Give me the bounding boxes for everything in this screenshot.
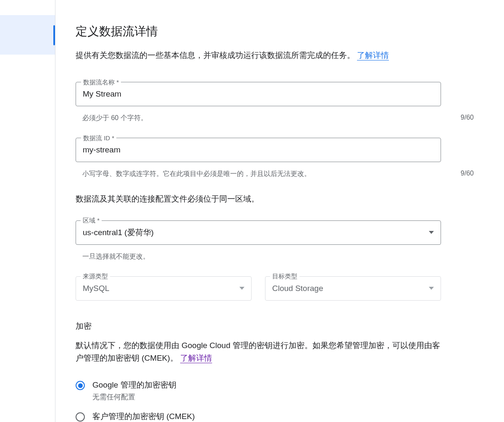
page-title: 定义数据流详情 bbox=[76, 24, 480, 39]
dest-type-value: Cloud Storage bbox=[272, 284, 323, 293]
dest-type-select[interactable]: 目标类型 Cloud Storage bbox=[265, 276, 441, 301]
stream-name-helper: 必须少于 60 个字符。 bbox=[82, 114, 147, 123]
radio-selected-icon bbox=[76, 381, 85, 390]
region-field: 区域 * us-central1 (爱荷华) bbox=[76, 220, 441, 245]
stream-name-label: 数据流名称 * bbox=[81, 79, 121, 86]
stream-name-field: 数据流名称 * bbox=[76, 82, 441, 106]
stream-id-helper: 小写字母、数字或连字符。它在此项目中必须是唯一的，并且以后无法更改。 bbox=[82, 170, 311, 178]
encryption-title: 加密 bbox=[76, 321, 480, 332]
source-type-select[interactable]: 来源类型 MySQL bbox=[76, 276, 252, 301]
stepper-sidebar bbox=[0, 0, 55, 422]
stream-name-input[interactable] bbox=[83, 89, 434, 99]
stream-id-input[interactable] bbox=[83, 145, 434, 155]
stream-id-field: 数据流 ID * bbox=[76, 138, 441, 162]
region-note: 数据流及其关联的连接配置文件必须位于同一区域。 bbox=[76, 194, 480, 204]
stepper-active-step[interactable] bbox=[0, 15, 55, 55]
region-value: us-central1 (爱荷华) bbox=[83, 227, 154, 238]
intro-text: 提供有关您数据流的一些基本信息，并审核成功运行该数据流所需完成的任务。 bbox=[76, 51, 355, 60]
source-type-label: 来源类型 bbox=[81, 273, 110, 280]
encryption-google-sub: 无需任何配置 bbox=[92, 392, 176, 402]
dropdown-icon bbox=[239, 287, 244, 290]
dest-type-label: 目标类型 bbox=[270, 273, 299, 280]
region-label: 区域 * bbox=[81, 217, 102, 225]
encryption-option-google[interactable]: Google 管理的加密密钥 无需任何配置 bbox=[76, 380, 480, 402]
page-intro: 提供有关您数据流的一些基本信息，并审核成功运行该数据流所需完成的任务。 了解详情 bbox=[76, 50, 480, 62]
encryption-option-cmek[interactable]: 客户管理的加密密钥 (CMEK) 通过 Google Cloud Key Man… bbox=[76, 411, 480, 422]
learn-more-link[interactable]: 了解详情 bbox=[357, 51, 389, 60]
dropdown-icon bbox=[429, 231, 434, 234]
encryption-desc-text: 默认情况下，您的数据使用由 Google Cloud 管理的密钥进行加密。如果您… bbox=[76, 341, 440, 362]
region-select[interactable]: 区域 * us-central1 (爱荷华) bbox=[76, 220, 441, 245]
stream-id-counter: 9/60 bbox=[461, 170, 474, 178]
encryption-google-label: Google 管理的加密密钥 bbox=[92, 380, 176, 391]
encryption-learn-more-link[interactable]: 了解详情 bbox=[180, 354, 212, 363]
encryption-cmek-label: 客户管理的加密密钥 (CMEK) bbox=[92, 411, 252, 422]
main-content: 定义数据流详情 提供有关您数据流的一些基本信息，并审核成功运行该数据流所需完成的… bbox=[55, 0, 501, 422]
stream-name-counter: 9/60 bbox=[461, 114, 474, 123]
dest-type-field: 目标类型 Cloud Storage bbox=[265, 276, 441, 301]
encryption-desc: 默认情况下，您的数据使用由 Google Cloud 管理的密钥进行加密。如果您… bbox=[76, 339, 441, 365]
dropdown-icon bbox=[429, 287, 434, 290]
region-helper: 一旦选择就不能更改。 bbox=[76, 249, 480, 261]
source-type-value: MySQL bbox=[83, 284, 109, 293]
source-type-field: 来源类型 MySQL bbox=[76, 276, 252, 301]
radio-unselected-icon bbox=[76, 412, 85, 422]
stream-id-label: 数据流 ID * bbox=[81, 134, 116, 142]
